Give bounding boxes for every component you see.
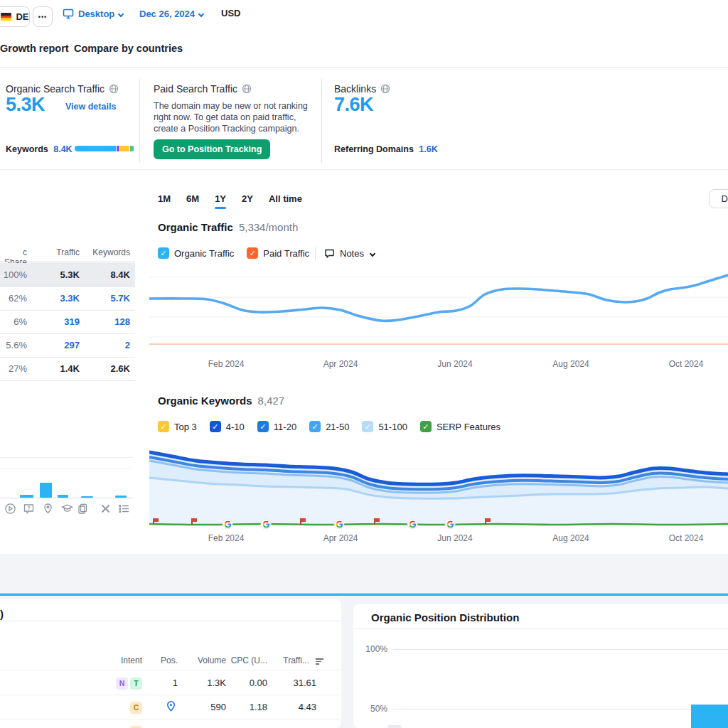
- table-cell[interactable]: 297: [64, 340, 80, 350]
- intent-badge-t[interactable]: T: [130, 678, 142, 690]
- x-axis-label: Apr 2024: [323, 359, 358, 369]
- table-cell[interactable]: 128: [114, 316, 130, 327]
- mini-chart-baseline: [0, 498, 133, 498]
- date-label: Dec 26, 2024: [139, 9, 195, 19]
- legend-label: Paid Traffic: [263, 248, 309, 259]
- legend-label: Top 3: [174, 422, 197, 432]
- list-icon[interactable]: [118, 503, 130, 515]
- summary-cards: Organic Search Traffic 5.3K View details…: [0, 68, 728, 169]
- academy-icon[interactable]: [61, 503, 73, 515]
- legend-21-50[interactable]: ✓21-50: [309, 421, 349, 432]
- legend-organic-traffic[interactable]: ✓Organic Traffic: [158, 247, 234, 259]
- semrush-domain-overview: DE ••• Desktop Dec 26, 2024 USD Growth r…: [0, 0, 728, 728]
- period-tab-1y[interactable]: 1Y: [215, 193, 226, 204]
- keywords-count-link[interactable]: 8.4K: [53, 144, 72, 154]
- note-flag-marker[interactable]: [300, 518, 301, 525]
- gridline-100: [393, 649, 728, 650]
- period-tab-1m[interactable]: 1M: [158, 193, 171, 204]
- checkbox-icon: ✓: [362, 421, 373, 432]
- traffic-legend: ✓Organic Traffic✓Paid Traffic: [158, 247, 309, 259]
- period-tab-2y[interactable]: 2Y: [242, 193, 253, 204]
- table-cell: 2.6K: [111, 363, 130, 374]
- globe-icon[interactable]: [380, 84, 390, 94]
- legend-4-10[interactable]: ✓4-10: [210, 421, 245, 432]
- notes-dropdown[interactable]: Notes: [324, 248, 375, 259]
- country-selector[interactable]: DE: [0, 6, 30, 27]
- tab-growth-report[interactable]: Growth report: [0, 43, 69, 54]
- intent-badge-c[interactable]: C: [130, 702, 142, 714]
- position-distribution-bar[interactable]: [691, 705, 728, 728]
- view-details-link[interactable]: View details: [65, 102, 116, 112]
- legend-label: Organic Traffic: [174, 248, 234, 259]
- referring-domains-link[interactable]: 1.6K: [419, 144, 437, 154]
- note-flag-marker[interactable]: [374, 518, 375, 525]
- more-countries-button[interactable]: •••: [33, 6, 53, 27]
- tab-compare-by-countries[interactable]: Compare by countries: [74, 43, 183, 54]
- checkbox-icon: ✓: [210, 421, 221, 432]
- organic-traffic-chart[interactable]: [149, 270, 728, 357]
- legend-top-3[interactable]: ✓Top 3: [158, 421, 197, 432]
- notes-icon: [324, 248, 335, 259]
- position-distribution-panel: Organic Position Distribution 100% 50%: [353, 604, 728, 728]
- google-update-marker[interactable]: [261, 519, 272, 530]
- organic-keywords-chart[interactable]: [149, 445, 728, 525]
- intent-badge-n[interactable]: N: [116, 678, 128, 690]
- currency-selector[interactable]: USD: [221, 8, 240, 18]
- period-tab-all-time[interactable]: All time: [269, 193, 302, 204]
- traffic-cell: 4.43: [299, 702, 316, 712]
- google-update-marker[interactable]: [445, 519, 456, 530]
- column-header[interactable]: Traffi...: [283, 655, 309, 665]
- country-mini-bar-chart: [0, 466, 135, 498]
- column-header[interactable]: Keywords: [92, 247, 130, 257]
- note-flag-marker[interactable]: [191, 518, 193, 525]
- legend-serp-features[interactable]: ✓SERP Features: [420, 421, 500, 432]
- legend-paid-traffic[interactable]: ✓Paid Traffic: [247, 247, 309, 259]
- table-cell[interactable]: 5.7K: [111, 293, 130, 304]
- note-flag-marker[interactable]: [153, 518, 154, 525]
- gridline-50: [393, 709, 728, 710]
- serp-timeline[interactable]: [149, 518, 728, 532]
- location-icon[interactable]: [42, 503, 54, 515]
- legend-11-20[interactable]: ✓11-20: [257, 421, 296, 432]
- table-cell: 6%: [14, 316, 27, 327]
- globe-icon[interactable]: [242, 84, 252, 94]
- table-cell[interactable]: 2: [125, 340, 130, 350]
- google-update-marker[interactable]: [407, 519, 418, 530]
- x-social-icon[interactable]: [100, 503, 112, 515]
- checkbox-icon: ✓: [420, 421, 432, 432]
- google-update-marker[interactable]: [334, 519, 345, 530]
- note-flag-marker[interactable]: [485, 518, 486, 525]
- legend-51-100[interactable]: ✓51-100: [362, 421, 407, 432]
- column-header[interactable]: Traffic: [56, 247, 80, 257]
- google-g-icon: [446, 520, 454, 528]
- google-g-icon: [336, 520, 343, 528]
- date-selector[interactable]: Dec 26, 2024: [139, 9, 203, 19]
- y-tick-100: 100%: [365, 644, 387, 654]
- sort-icon[interactable]: [316, 657, 323, 666]
- panel-divider: [353, 628, 728, 629]
- reports-icon[interactable]: [77, 503, 89, 515]
- legend-divider: [315, 247, 316, 261]
- column-header[interactable]: Pos.: [161, 655, 178, 665]
- column-header[interactable]: CPC (U...: [231, 655, 267, 665]
- row-divider: [0, 287, 135, 287]
- help-bubble-icon[interactable]: ?: [23, 503, 35, 515]
- globe-icon[interactable]: [109, 84, 119, 94]
- granularity-day-button[interactable]: Day: [709, 189, 728, 208]
- location-pin-icon[interactable]: [165, 700, 177, 712]
- table-cell[interactable]: 319: [64, 316, 80, 327]
- column-header[interactable]: Intent: [121, 655, 142, 665]
- google-update-marker[interactable]: [223, 519, 233, 530]
- play-circle-icon[interactable]: [4, 503, 16, 515]
- table-cell[interactable]: 3.3K: [60, 293, 80, 304]
- device-selector[interactable]: Desktop: [63, 9, 123, 19]
- header-divider: [0, 262, 135, 262]
- period-tab-6m[interactable]: 6M: [186, 193, 199, 204]
- column-header[interactable]: Volume: [198, 655, 226, 665]
- backlinks-value: 7.6K: [334, 94, 373, 116]
- intent-badge-c[interactable]: C: [130, 726, 142, 728]
- bar-segment: [117, 146, 119, 151]
- table-cell: 1.4K: [60, 363, 80, 374]
- card-divider: [139, 79, 140, 163]
- go-to-position-tracking-button[interactable]: Go to Position Tracking: [154, 139, 270, 159]
